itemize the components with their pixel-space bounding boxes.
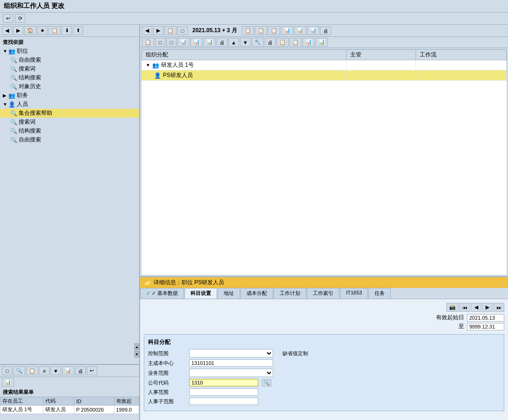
tree-item-duties[interactable]: ▶ 👥 职务	[0, 91, 139, 100]
r2-btn-grid2[interactable]: 📋	[289, 38, 302, 47]
bottom-btn-8[interactable]: ↩	[87, 366, 97, 375]
rt-btn-8[interactable]: 📊	[281, 26, 293, 35]
r2-btn-2[interactable]: □	[155, 38, 165, 47]
input-hr-range[interactable]	[189, 388, 258, 396]
tree-item-obj-history1[interactable]: 🔍 对象历史	[0, 82, 139, 91]
tree-item-personnel[interactable]: ▼ 👤 人员	[0, 100, 139, 109]
right-toolbar2: 📋 □ □ 📊 📊 📊 🖨 ▲ ▼ 🔧 🖨 📋 📋 📊 📊	[140, 37, 508, 48]
tab-basic-data[interactable]: ✓ ✓ 基本数据	[140, 288, 184, 299]
rt-btn-10[interactable]: 📊	[307, 26, 319, 35]
rt-btn-7[interactable]: 📋	[268, 26, 280, 35]
label-business-range: 业务范围	[148, 370, 185, 377]
detail-next-btn[interactable]: ▶	[482, 303, 493, 312]
r2-btn-down[interactable]: ▼	[240, 38, 251, 47]
rt-clip-btn[interactable]: 📋	[164, 26, 176, 35]
rt-btn-6[interactable]: 📋	[255, 26, 267, 35]
scroll-down-left[interactable]: ▼	[134, 351, 139, 357]
scroll-up-left[interactable]: ▲	[134, 343, 139, 350]
search-icon-2: 🔍	[10, 66, 17, 72]
tree-item-keyword2[interactable]: 🔍 搜索词	[0, 118, 139, 126]
r2-btn-up[interactable]: ▲	[228, 38, 239, 47]
label-hr-range: 人事范围	[148, 389, 185, 396]
tree-item-free-search1[interactable]: 🔍 自由搜索	[0, 56, 139, 64]
refresh-btn[interactable]: ⟳	[15, 14, 25, 23]
rt-btn-9[interactable]: 📊	[294, 26, 306, 35]
detail-prev-btn[interactable]: ◀	[471, 303, 481, 312]
toggle-personnel: ▼	[3, 102, 8, 107]
nav-fwd-btn[interactable]: ▶	[13, 26, 23, 35]
r2-btn-1[interactable]: 📋	[142, 38, 154, 47]
bottom-btn-7[interactable]: 🖨	[75, 366, 86, 375]
tree-item-position[interactable]: ▼ 👥 职位	[0, 47, 139, 56]
tab-address[interactable]: 地址	[218, 288, 240, 299]
clipboard-btn[interactable]: 📋	[49, 26, 61, 35]
select-business-range[interactable]	[189, 369, 273, 377]
r2-btn-4[interactable]: 📊	[177, 38, 190, 47]
extra-btn[interactable]: 📊	[2, 378, 14, 387]
r2-btn-chart2[interactable]: 📊	[316, 38, 328, 47]
tab-work-plan[interactable]: 工作计划	[274, 288, 306, 299]
input-hr-sub-range[interactable]	[189, 398, 258, 405]
select-control-range[interactable]	[189, 349, 273, 357]
r2-btn-6[interactable]: 📊	[204, 38, 216, 47]
rt-back-btn[interactable]: ◀	[142, 26, 152, 35]
company-search-btn[interactable]: 🔍	[262, 379, 271, 386]
bottom-btn-5[interactable]: ▼	[50, 366, 61, 375]
detail-toolbar: 📸 ⏮ ◀ ▶ ⏭	[144, 303, 504, 312]
tree-item-combined-search[interactable]: 🔍 集合搜索帮助	[0, 109, 139, 118]
table-row[interactable]: 研发人员 1号 研发人员 P 20500026 1999.0	[0, 406, 139, 414]
bottom-btn-1[interactable]: □	[2, 366, 12, 375]
bottom-btn-2[interactable]: 🔍	[13, 366, 25, 375]
bottom-btn-6[interactable]: 📊	[62, 366, 74, 375]
tab-cost[interactable]: 成本分配	[240, 288, 273, 299]
tab-basic-label: ✓ 基本数据	[152, 290, 178, 296]
r2-btn-3[interactable]: □	[166, 38, 176, 47]
rt-btn-5[interactable]: 📋	[242, 26, 254, 35]
rt-btn-11[interactable]: 🖨	[320, 27, 331, 35]
r2-btn-print[interactable]: 🖨	[265, 38, 275, 47]
star-btn[interactable]: ★	[37, 26, 48, 35]
bottom-btn-4[interactable]: ≡	[39, 366, 49, 375]
tree-item-struct-search1[interactable]: 🔍 结构搜索	[0, 73, 139, 82]
tab-work-index[interactable]: 工作索引	[307, 288, 339, 299]
tab-it1653[interactable]: IT1653	[340, 288, 368, 299]
left-bottom: □ 🔍 📋 ≡ ▼ 📊 🖨 ↩ 📊 搜索结果菜单 存在员工 代码	[0, 364, 139, 420]
tab-subject-settings[interactable]: 科目设置	[184, 288, 217, 299]
tab-tasks-label: 任务	[374, 290, 385, 296]
tree-item-struct-search2[interactable]: 🔍 结构搜索	[0, 126, 139, 135]
detail-header: 📁 详细信息：职位 PS研发人员	[140, 277, 508, 288]
up-btn[interactable]: ⬆	[73, 26, 83, 35]
bottom-btn-3[interactable]: 📋	[26, 366, 38, 375]
tree-label-free-search2: 自由搜索	[19, 136, 41, 144]
down-btn[interactable]: ⬇	[62, 26, 72, 35]
tree-item-free-search2[interactable]: 🔍 自由搜索	[0, 135, 139, 144]
rt-box-btn[interactable]: □	[177, 27, 188, 35]
detail-content: 📸 ⏮ ◀ ▶ ⏭ 有效起始日 2021.05.13 至 9999.12.31	[140, 299, 508, 420]
detail-first-btn[interactable]: ⏮	[459, 303, 470, 312]
form-row-company: 公司代码 🔍	[148, 379, 500, 386]
detail-snapshot-btn[interactable]: 📸	[446, 303, 459, 312]
date-from-value: 2021.05.13	[467, 314, 504, 322]
r2-btn-5[interactable]: 📊	[190, 38, 203, 47]
tree-item-keyword1[interactable]: 🔍 搜索词	[0, 64, 139, 73]
detail-panel: 📁 详细信息：职位 PS研发人员 ✓ ✓ 基本数据 科目设置 地址 成本分配	[140, 276, 508, 420]
detail-last-btn[interactable]: ⏭	[494, 303, 504, 312]
org-cell-1: ▼ 👥 研发人员 1号	[142, 60, 346, 70]
input-company-code[interactable]	[189, 379, 258, 386]
tree-label-free-search1: 自由搜索	[19, 56, 41, 64]
r2-btn-grid1[interactable]: 📋	[276, 38, 289, 47]
tab-tasks[interactable]: 任务	[368, 288, 391, 299]
tree-label-duties: 职务	[17, 91, 28, 99]
r2-btn-7[interactable]: 🖨	[217, 38, 227, 47]
r2-btn-tool[interactable]: 🔧	[252, 38, 264, 47]
r2-btn-chart1[interactable]: 📊	[303, 38, 315, 47]
input-cost-center[interactable]	[189, 359, 273, 367]
home-btn[interactable]: 🏠	[24, 26, 36, 35]
org-row-1[interactable]: ▼ 👥 研发人员 1号	[142, 60, 507, 70]
folder-icon-duties: 👥	[8, 92, 15, 99]
back-btn[interactable]: ↩	[3, 14, 13, 23]
nav-back-btn[interactable]: ◀	[2, 26, 12, 35]
org-row-2[interactable]: 👤 PS研发人员	[142, 70, 507, 81]
date-from-row: 有效起始日 2021.05.13	[436, 314, 504, 322]
rt-fwd-btn[interactable]: ▶	[153, 26, 163, 35]
